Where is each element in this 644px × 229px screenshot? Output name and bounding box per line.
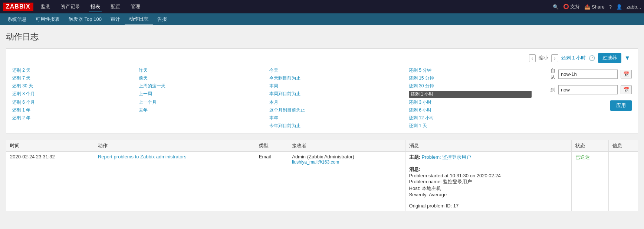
- user-icon[interactable]: 👤: [616, 4, 622, 10]
- filter-form-area: 还剩 2 天 昨天 今天 还剩 5 分钟 还剩 7 天 前天 今天到目前为止 还…: [12, 67, 632, 129]
- col-type: 类型: [255, 140, 288, 152]
- col-time: 时间: [6, 140, 94, 152]
- preset-placeholder: [139, 115, 262, 121]
- preset-30days[interactable]: 还剩 30 天: [12, 83, 131, 89]
- filter-toggle-icon[interactable]: ▼: [624, 55, 630, 61]
- subnav-action-log[interactable]: 动作日志: [125, 13, 153, 25]
- preset-daybeforeyest[interactable]: 前天: [139, 75, 262, 81]
- preset-7days[interactable]: 还剩 7 天: [12, 75, 131, 81]
- filter-top-row: ‹ 缩小 › 还剩 1 小时 🕐 过滤器 ▼: [12, 53, 632, 63]
- support-link[interactable]: ⭕ 支持: [563, 3, 580, 10]
- filter-to-input[interactable]: [558, 85, 618, 94]
- filter-submit-btn[interactable]: 应用: [610, 100, 632, 111]
- msg-line1: Problem started at 10:31:30 on 2020.02.2…: [409, 173, 568, 178]
- col-action: 动作: [94, 140, 255, 152]
- preset-30min[interactable]: 还剩 30 分钟: [409, 83, 532, 89]
- preset-lastyear[interactable]: 去年: [139, 107, 262, 113]
- preset-today-sofar[interactable]: 今天到目前为止: [269, 75, 401, 81]
- msg-line3: Host: 本地主机: [409, 185, 568, 192]
- preset-15min[interactable]: 还剩 15 分钟: [409, 75, 532, 81]
- table-row: 2020-02-24 23:31:32 Report problems to Z…: [6, 152, 638, 211]
- main-content: ‹ 缩小 › 还剩 1 小时 🕐 过滤器 ▼ 还剩 2 天 昨天 今天 还剩 5…: [0, 45, 644, 214]
- table-header-row: 时间 动作 类型 接收者 消息 状态 信息: [6, 140, 638, 152]
- filter-from-row: 自从 📅: [546, 67, 632, 81]
- preset-thisyear[interactable]: 本年: [269, 115, 401, 121]
- nav-config[interactable]: 配置: [109, 1, 122, 12]
- filter-to-calendar-btn[interactable]: 📅: [621, 86, 632, 94]
- filter-prev-btn[interactable]: ‹: [529, 54, 536, 62]
- filter-from-input[interactable]: [558, 70, 618, 79]
- msg-body-label: 消息:: [409, 166, 568, 173]
- filter-panel: ‹ 缩小 › 还剩 1 小时 🕐 过滤器 ▼ 还剩 2 天 昨天 今天 还剩 5…: [6, 48, 638, 134]
- nav-reports[interactable]: 报表: [89, 1, 102, 12]
- filter-apply-btn[interactable]: 过滤器: [598, 53, 621, 63]
- col-status: 状态: [572, 140, 609, 152]
- cell-message: 主题: Problem: 监控登录用户 消息: Problem started …: [405, 152, 571, 211]
- nav-admin[interactable]: 管理: [129, 1, 142, 12]
- msg-line4: Severity: Average: [409, 192, 568, 197]
- preset-6hours[interactable]: 还剩 6 小时: [409, 107, 532, 113]
- nav-assets[interactable]: 资产记录: [59, 1, 82, 12]
- preset-thisweek-sofar[interactable]: 本周到目前为止: [269, 91, 401, 98]
- filter-to-row: 到 📅: [546, 85, 632, 94]
- cell-type: Email: [255, 152, 288, 211]
- msg-line6: Original problem ID: 17: [409, 203, 568, 209]
- preset-6months[interactable]: 还剩 6 个月: [12, 99, 131, 106]
- preset-placeholder2: [12, 123, 131, 129]
- col-message: 消息: [405, 140, 571, 152]
- preset-thisyear-sofar[interactable]: 今年到目前为止: [269, 123, 401, 129]
- username-label: zabb...: [627, 4, 641, 10]
- subnav-sysinfo[interactable]: 系统信息: [3, 14, 31, 25]
- msg-subject-label: 主题: Problem: 监控登录用户: [409, 154, 568, 161]
- search-icon[interactable]: 🔍: [553, 4, 559, 10]
- preset-yesterday[interactable]: 昨天: [139, 67, 262, 74]
- sub-nav: 系统信息 可用性报表 触发器 Top 100 审计 动作日志 告报: [0, 13, 644, 25]
- preset-2days[interactable]: 还剩 2 天: [12, 67, 131, 74]
- msg-line2: Problem name: 监控登录用户: [409, 178, 568, 185]
- share-link[interactable]: 📤 Share: [584, 4, 604, 10]
- col-info: 信息: [609, 140, 638, 152]
- top-nav-items: 监测 资产记录 报表 配置 管理: [39, 1, 553, 12]
- filter-to-label: 到: [546, 87, 555, 93]
- preset-1year[interactable]: 还剩 1 年: [12, 107, 131, 113]
- filter-from-label: 自从: [546, 67, 555, 81]
- col-recipient: 接收者: [288, 140, 405, 152]
- recipient-email[interactable]: liushiya_mail@163.com: [292, 159, 401, 165]
- preset-2years[interactable]: 还剩 2 年: [12, 115, 131, 121]
- preset-3hours[interactable]: 还剩 3 小时: [409, 99, 532, 106]
- action-log-table: 时间 动作 类型 接收者 消息 状态 信息 2020-02-24 23:31:3…: [6, 140, 638, 211]
- subnav-triggers-top100[interactable]: 触发器 Top 100: [64, 14, 106, 25]
- status-badge: 已送达: [575, 154, 590, 160]
- cell-status: 已送达: [572, 152, 609, 211]
- recipient-name: Admin (Zabbix Administrator): [292, 154, 401, 159]
- preset-thisweek[interactable]: 本周: [269, 83, 401, 89]
- filter-next-btn[interactable]: ›: [551, 54, 558, 62]
- subnav-notifications[interactable]: 告报: [153, 14, 171, 25]
- filter-preset-active-label: 还剩 1 小时: [561, 55, 586, 61]
- preset-thismonth-sofar[interactable]: 这个月到目前为止: [269, 107, 401, 113]
- filter-shrink-label[interactable]: 缩小: [539, 55, 548, 61]
- clock-icon: 🕐: [589, 55, 595, 61]
- preset-12hours[interactable]: 还剩 12 小时: [409, 115, 532, 121]
- subnav-availability[interactable]: 可用性报表: [31, 14, 64, 25]
- preset-3months[interactable]: 还剩 3 个月: [12, 91, 131, 98]
- preset-lastmonth[interactable]: 上一个月: [139, 99, 262, 106]
- nav-monitor[interactable]: 监测: [39, 1, 52, 12]
- help-icon[interactable]: ?: [609, 4, 612, 10]
- top-nav-right: 🔍 ⭕ 支持 📤 Share ? 👤 zabb...: [553, 3, 641, 10]
- logo[interactable]: ZABBIX: [3, 3, 33, 11]
- filter-from-calendar-btn[interactable]: 📅: [621, 70, 632, 78]
- preset-thisday-lastweek[interactable]: 上周的这一天: [139, 83, 262, 89]
- preset-thismonth[interactable]: 本月: [269, 99, 401, 106]
- preset-grid: 还剩 2 天 昨天 今天 还剩 5 分钟 还剩 7 天 前天 今天到目前为止 还…: [12, 67, 532, 129]
- preset-5min[interactable]: 还剩 5 分钟: [409, 67, 532, 74]
- filter-date-inputs: 自从 📅 到 📅 应用: [546, 67, 632, 129]
- subnav-audit[interactable]: 审计: [106, 14, 125, 25]
- preset-1hour[interactable]: 还剩 1 小时: [409, 91, 532, 98]
- preset-lastweek[interactable]: 上一周: [139, 91, 262, 98]
- preset-1day[interactable]: 还剩 1 天: [409, 123, 532, 129]
- cell-action[interactable]: Report problems to Zabbix administrators: [94, 152, 255, 211]
- preset-today[interactable]: 今天: [269, 67, 401, 74]
- page-title: 动作日志: [0, 25, 644, 45]
- cell-info: [609, 152, 638, 211]
